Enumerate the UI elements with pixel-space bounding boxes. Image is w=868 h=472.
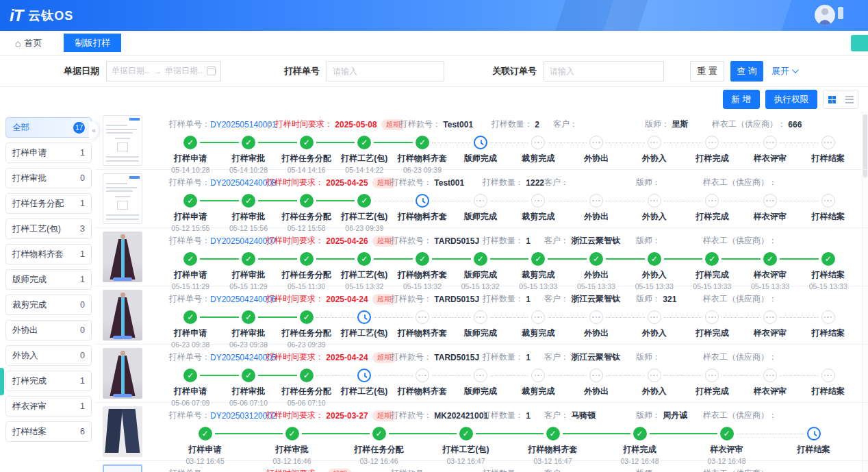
stage-current-clock-icon: [416, 194, 429, 208]
expand-link[interactable]: 展开: [771, 65, 797, 77]
sidebar-item-11[interactable]: 样衣评审1: [5, 396, 92, 417]
user-avatar[interactable]: [815, 5, 835, 25]
stage-connector: [432, 375, 451, 376]
tab-home[interactable]: ⌂ 首页: [15, 37, 42, 49]
stage-done-check-icon: ✓: [648, 252, 661, 266]
garment-thumbnail[interactable]: [103, 115, 142, 166]
sample-order-row: 打样单号：DY202504240008打样时间要求： 2025-04-25超期打…: [96, 170, 868, 228]
stage-connector: [277, 142, 296, 143]
stage-pending-dots-icon: [531, 194, 545, 208]
card-view-button[interactable]: [824, 90, 841, 108]
date-start-placeholder[interactable]: 单据日期...: [112, 65, 150, 77]
stage-connector: [625, 375, 644, 376]
stage-name: 打样物料齐套: [394, 269, 452, 281]
stage-name: 打样审批: [220, 269, 278, 281]
related-order-input[interactable]: [544, 61, 664, 82]
time-requirement-field-value: 2025-04-25: [324, 178, 368, 188]
stage-connector: [741, 201, 761, 201]
order-no-field: 打样单号：DY202505140001: [169, 119, 266, 130]
sidebar-item-5[interactable]: 打样物料齐套1: [5, 244, 92, 264]
sidebar-item-10[interactable]: 打样完成1: [5, 371, 92, 391]
stage-connector: [509, 142, 528, 143]
timeline-stage: ✓打样申请05-14 10:28: [162, 136, 220, 174]
stage-connector: [432, 258, 451, 260]
timeline-stage: 打样完成: [683, 136, 741, 174]
quick-widget-button[interactable]: [851, 35, 868, 51]
reset-button[interactable]: 重 置: [690, 61, 724, 82]
stage-name: 打样结案: [770, 444, 857, 456]
sidebar-item-3[interactable]: 打样任务分配1: [5, 193, 92, 214]
timeline-stage: 裁剪完成: [509, 310, 567, 349]
garment-thumbnail[interactable]: [103, 173, 142, 224]
timeline-stage: ✓打样审批05-06 07:10: [220, 369, 278, 407]
sidebar-item-7[interactable]: 裁剪完成0: [5, 295, 92, 315]
quantity-field-label: 打样数量：: [483, 468, 524, 472]
stage-connector: [200, 258, 219, 260]
date-end-placeholder[interactable]: 单据日期...: [165, 65, 203, 77]
stage-name: 打样申请: [162, 269, 220, 281]
stage-connector: [220, 258, 239, 260]
stage-done-check-icon: ✓: [300, 252, 314, 266]
quantity-field-label: 打样数量：: [483, 235, 524, 247]
sample-order-input[interactable]: [327, 61, 444, 82]
date-arrow-icon: →: [153, 66, 162, 76]
timeline-stage: 打样结案: [770, 427, 857, 465]
stage-pending-dots-icon: [589, 136, 603, 149]
stage-done-check-icon: ✓: [459, 427, 473, 440]
date-range-input[interactable]: 单据日期... → 单据日期...: [106, 61, 221, 82]
garment-thumbnail[interactable]: [103, 232, 142, 282]
app-logo: iT 云钛OS: [10, 6, 73, 25]
stage-name: 打样工艺(包): [335, 153, 394, 164]
time-requirement-field: 打样时间要求： 2025-03-27超期: [266, 410, 391, 421]
sidebar-item-8[interactable]: 外协出0: [5, 320, 92, 340]
stage-name: 打样工艺(包): [422, 444, 509, 456]
garment-thumbnail[interactable]: [103, 348, 142, 399]
customer-field: 客户：: [544, 468, 636, 472]
quantity-field: 打样数量： 2: [492, 119, 553, 130]
stage-done-check-icon: ✓: [242, 194, 255, 208]
stage-timeline: ✓打样申请05-15 11:29✓打样审批05-15 11:29✓打样任务分配0…: [162, 252, 857, 290]
side-quick-widget[interactable]: [0, 368, 4, 395]
execute-permission-button[interactable]: 执行权限: [765, 90, 817, 109]
sidebar-item-9[interactable]: 外协入0: [5, 345, 92, 366]
sidebar-item-6[interactable]: 版师完成1: [5, 269, 92, 290]
pattern-maker-field-label: 版师：: [636, 293, 661, 305]
list-view-button[interactable]: [841, 90, 858, 108]
sample-order-row: 打样单号：打样时间要求：超期打样款号：打样数量：客户：版师：样衣工（供应商）：: [96, 461, 868, 472]
garment-thumbnail[interactable]: [103, 290, 142, 340]
timeline-stage: 样衣评审: [741, 369, 800, 407]
sidebar-item-1[interactable]: 打样申请1: [5, 142, 92, 163]
time-requirement-field-value: 2025-03-27: [324, 411, 368, 421]
timeline-stage: ✓打样工艺(包)03-12 16:47: [422, 427, 509, 465]
sidebar-item-12[interactable]: 打样结案6: [5, 421, 92, 442]
stage-connector: [394, 258, 413, 260]
sidebar-item-label: 打样物料齐套: [12, 249, 64, 260]
tab-pattern-sampling[interactable]: 制版打样: [64, 34, 121, 52]
sort-carets[interactable]: [266, 121, 272, 129]
logo-text: 云钛OS: [28, 8, 73, 24]
date-range-label: 单据日期: [64, 65, 99, 77]
stage-pending-dots-icon: [763, 136, 777, 149]
sidebar-item-4[interactable]: 打样工艺(包)3: [5, 219, 92, 239]
style-no-field-value: TARD5015J: [432, 353, 479, 362]
add-button[interactable]: 新 增: [723, 90, 760, 109]
stage-done-check-icon: ✓: [357, 136, 371, 149]
stage-connector: [625, 317, 644, 318]
stage-name: 打样结案: [799, 153, 857, 164]
timeline-stage: 外协入: [625, 310, 683, 349]
stage-pending-dots-icon: [474, 369, 487, 382]
stage-name: 版师完成: [451, 386, 509, 397]
customer-field: 客户： 浙江云聚智钛: [544, 235, 636, 247]
timeline-stage: 打样结案: [799, 136, 857, 174]
sidebar-item-2[interactable]: 打样审批0: [5, 168, 92, 188]
sidebar-item-0[interactable]: 全部17: [5, 117, 92, 138]
customer-field-value: 浙江云聚智钛: [569, 293, 620, 305]
search-button[interactable]: 查 询: [730, 61, 763, 82]
avatar-person-icon: [821, 8, 828, 15]
garment-thumbnail[interactable]: [103, 464, 142, 472]
sample-worker-field: 样衣工（供应商）：: [703, 177, 868, 188]
timeline-stage: ✓打样任务分配05-06 07:10: [277, 369, 335, 407]
timeline-stage: 打样结案: [799, 310, 857, 349]
garment-thumbnail[interactable]: [103, 406, 142, 457]
stage-name: 外协入: [625, 153, 683, 164]
